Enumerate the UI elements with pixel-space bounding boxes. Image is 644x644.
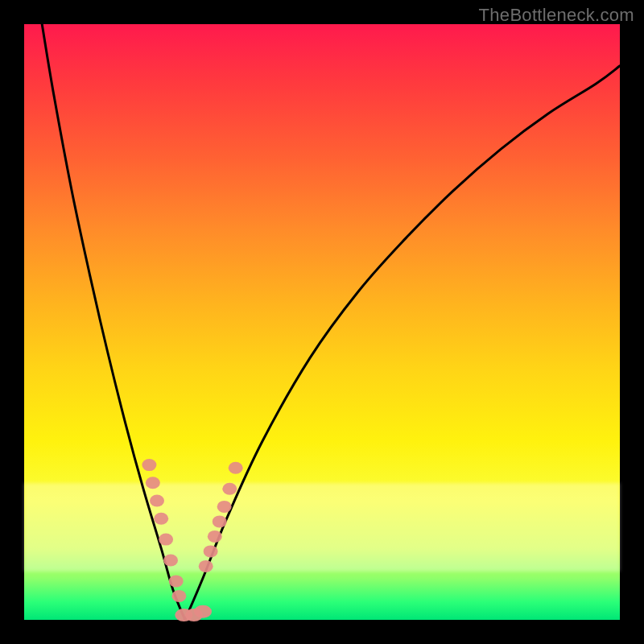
data-marker-left <box>163 555 178 567</box>
data-marker-bottom <box>194 605 212 618</box>
plot-area <box>24 24 620 620</box>
watermark-text: TheBottleneck.com <box>479 5 634 26</box>
data-marker-right <box>222 483 237 495</box>
data-marker-left <box>146 477 160 489</box>
chart-frame: TheBottleneck.com <box>0 0 644 644</box>
data-marker-right <box>204 545 218 557</box>
data-marker-left <box>150 495 164 507</box>
data-marker-right <box>213 515 227 527</box>
data-marker-right <box>199 560 213 572</box>
data-marker-right <box>229 462 243 474</box>
data-marker-left <box>159 534 173 546</box>
data-marker-left <box>154 513 168 525</box>
curve-svg <box>24 24 620 620</box>
marker-group <box>142 459 242 621</box>
curve-left-branch <box>42 24 185 620</box>
data-marker-left <box>142 459 156 471</box>
data-marker-right <box>217 501 232 513</box>
curve-right-branch <box>185 66 620 620</box>
data-marker-right <box>208 530 222 543</box>
data-marker-left <box>169 575 184 587</box>
curve-group <box>42 24 620 620</box>
data-marker-left <box>171 590 186 602</box>
